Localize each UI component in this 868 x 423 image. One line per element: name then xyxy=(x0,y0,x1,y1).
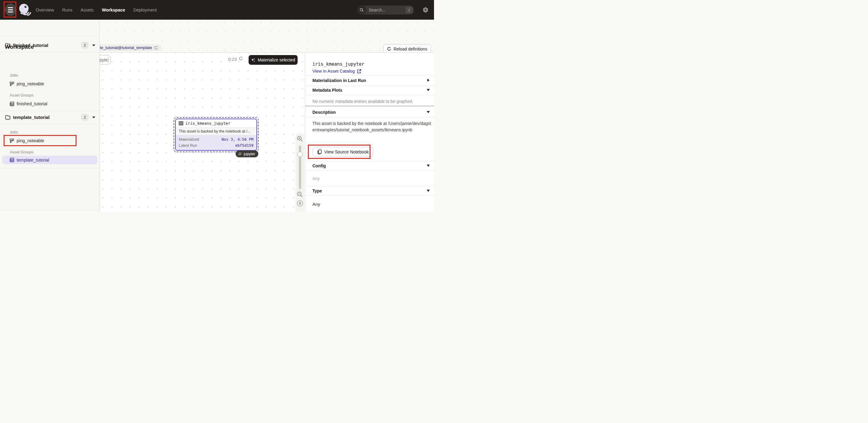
search-input[interactable]: Search... / xyxy=(357,5,414,14)
nav-links: Overview Runs Assets Workspace Deploymen… xyxy=(36,0,157,20)
asset-groups-section-label: Asset Groups xyxy=(10,93,34,97)
top-navigation-bar: Overview Runs Assets Workspace Deploymen… xyxy=(0,0,434,20)
metadata-empty-message: No numeric metadata entries available to… xyxy=(312,99,413,104)
jupyter-icon xyxy=(238,152,242,156)
repo-count-badge: 2 xyxy=(81,42,89,49)
section-type[interactable]: Type xyxy=(312,188,322,193)
chevron-down-icon[interactable] xyxy=(427,164,430,167)
chevron-down-icon[interactable] xyxy=(427,111,430,113)
asset-graph-canvas[interactable]: pyte 0:23 Materialize selected iris_kmea… xyxy=(100,52,305,212)
job-name: ping_noteable xyxy=(17,81,44,86)
asset-node-description: This asset is backed by the notebook at … xyxy=(176,128,256,135)
view-source-notebook-button[interactable]: View Source Notebook xyxy=(313,147,373,157)
type-value: Any xyxy=(312,202,320,207)
workspace-sidebar: Workspace finished_tutorial 2 Jobs ping_… xyxy=(0,20,100,212)
divider xyxy=(305,95,434,95)
repo-count-badge: 2 xyxy=(81,114,89,121)
divider xyxy=(305,85,434,86)
view-in-asset-catalog-link[interactable]: View in Asset Catalog xyxy=(312,69,362,73)
graph-refresh-icon[interactable] xyxy=(239,56,243,61)
repo-row-finished-tutorial[interactable]: finished_tutorial 2 xyxy=(0,38,100,52)
config-value: Any xyxy=(312,176,320,181)
sidebar-item-group-template-tutorial[interactable]: template_tutorial xyxy=(2,156,97,164)
graph-filter-value: pyte xyxy=(99,58,108,62)
table-icon xyxy=(179,121,183,126)
divider xyxy=(0,35,100,36)
materialized-row: Materialized Nov 3, 4:56 PM xyxy=(179,137,253,142)
asset-inspector-panel: iris_kmeans_jupyter View in Asset Catalo… xyxy=(305,52,434,212)
asset-node-name: iris_kmeans_jupyter xyxy=(185,121,230,126)
divider xyxy=(0,52,100,52)
description-text: This asset is backed by the notebook at … xyxy=(312,120,433,133)
latest-run-row: Latest Run ebf5d159 xyxy=(179,143,253,148)
repo-row-template-tutorial[interactable]: template_tutorial 2 xyxy=(0,111,100,124)
chevron-down-icon[interactable] xyxy=(427,190,430,192)
asset-group-name: template_tutorial xyxy=(17,158,49,162)
download-view-icon[interactable] xyxy=(297,200,303,207)
asset-groups-section-label: Asset Groups xyxy=(10,150,34,154)
divider xyxy=(0,168,100,168)
settings-gear-icon[interactable] xyxy=(422,7,429,13)
divider xyxy=(305,75,434,75)
repo-name: template_tutorial xyxy=(13,115,50,120)
folder-icon xyxy=(5,115,10,120)
job-name: ping_noteable xyxy=(17,138,44,143)
repo-name: finished_tutorial xyxy=(13,43,49,48)
notebook-icon xyxy=(317,149,322,154)
reload-icon xyxy=(387,47,391,51)
chevron-down-icon[interactable] xyxy=(427,89,430,91)
asset-group-icon xyxy=(10,102,14,106)
zoom-slider-thumb[interactable] xyxy=(297,152,303,157)
materialize-selected-label: Materialize selected xyxy=(258,58,295,62)
divider xyxy=(305,195,434,196)
zoom-out-icon[interactable] xyxy=(297,191,303,198)
chevron-down-icon[interactable] xyxy=(92,117,95,118)
asset-node-header: iris_kmeans_jupyter xyxy=(176,119,256,128)
search-shortcut-badge: / xyxy=(406,7,412,13)
chevron-down-icon[interactable] xyxy=(92,44,95,46)
catalog-link-label: View in Asset Catalog xyxy=(312,69,355,73)
zoom-in-icon[interactable] xyxy=(297,135,303,142)
jupyter-tag[interactable]: jupyter xyxy=(236,150,258,157)
nav-item-deployment[interactable]: Deployment xyxy=(133,7,157,12)
refresh-icon[interactable] xyxy=(154,46,158,50)
sidebar-item-job-ping-noteable[interactable]: ping_noteable xyxy=(0,80,100,88)
asset-node-iris-kmeans-jupyter[interactable]: iris_kmeans_jupyter This asset is backed… xyxy=(175,119,257,151)
chevron-right-icon[interactable] xyxy=(427,79,430,82)
dagster-workspace-page: te_tutorial@tutorial_template Reload def… xyxy=(0,0,434,212)
jobs-section-label: Jobs xyxy=(10,130,18,134)
jupyter-tag-label: jupyter xyxy=(244,152,255,156)
materialized-value[interactable]: Nov 3, 4:56 PM xyxy=(222,137,253,142)
nav-item-assets[interactable]: Assets xyxy=(81,7,94,12)
job-icon xyxy=(10,139,14,143)
section-metadata-plots[interactable]: Metadata Plots xyxy=(312,88,342,93)
section-description[interactable]: Description xyxy=(312,110,336,115)
job-icon xyxy=(10,82,14,86)
code-location-tag[interactable]: te_tutorial@tutorial_template xyxy=(96,44,161,51)
folder-icon xyxy=(5,43,10,48)
section-materialization-last-run[interactable]: Materialization in Last Run xyxy=(312,78,366,83)
hamburger-icon xyxy=(8,7,13,8)
materialized-label: Materialized xyxy=(179,138,199,142)
sidebar-item-job-ping-noteable[interactable]: ping_noteable xyxy=(0,137,100,145)
divider xyxy=(305,186,434,186)
reload-definitions-label: Reload definitions xyxy=(394,47,427,52)
nav-item-overview[interactable]: Overview xyxy=(36,7,54,12)
divider xyxy=(305,170,434,171)
asset-group-icon xyxy=(10,158,14,162)
sparkle-icon xyxy=(251,58,255,62)
hamburger-menu-button[interactable] xyxy=(5,3,16,16)
divider xyxy=(0,124,100,124)
search-icon xyxy=(357,5,366,14)
sidebar-item-group-finished-tutorial[interactable]: finished_tutorial xyxy=(0,99,100,108)
materialize-selected-button[interactable]: Materialize selected xyxy=(249,55,298,65)
nav-item-runs[interactable]: Runs xyxy=(62,7,72,12)
divider-thick xyxy=(305,105,434,107)
section-config[interactable]: Config xyxy=(312,163,326,168)
latest-run-label: Latest Run xyxy=(179,144,197,148)
dagster-logo[interactable] xyxy=(18,3,32,17)
refresh-timer: 0:23 xyxy=(228,57,237,62)
code-location-label: te_tutorial@tutorial_template xyxy=(100,46,152,50)
nav-item-workspace[interactable]: Workspace xyxy=(102,7,125,12)
latest-run-value[interactable]: ebf5d159 xyxy=(235,143,253,148)
